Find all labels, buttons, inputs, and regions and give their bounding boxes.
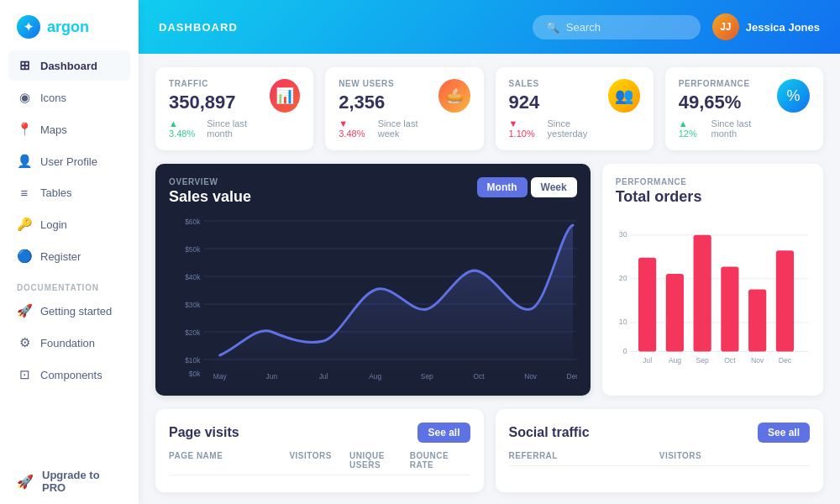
svg-text:Oct: Oct [724, 356, 736, 365]
col-referral: REFERRAL [509, 451, 659, 460]
stat-since-3: Since last month [711, 118, 778, 139]
svg-text:Nov: Nov [751, 356, 764, 365]
svg-text:Jul: Jul [319, 372, 328, 381]
chart-tabs: Month Week [477, 177, 577, 197]
col-visitors: VISITORS [289, 451, 349, 470]
stat-left-2: SALES 924 ▼ 1.10% Since yesterday [509, 79, 609, 139]
sales-chart-card: OVERVIEW Sales value Month Week [155, 164, 591, 396]
sidebar-item-maps[interactable]: 📍Maps [8, 114, 130, 144]
svg-text:30: 30 [619, 230, 627, 239]
social-traffic-header: Social traffic See all [509, 423, 811, 443]
stat-left-3: PERFORMANCE 49,65% ▲ 12% Since last mont… [679, 79, 778, 139]
stat-label-0: TRAFFIC [169, 79, 270, 88]
stat-label-2: SALES [509, 79, 609, 88]
stat-icon-1: 🥧 [438, 79, 470, 113]
svg-text:$30k: $30k [185, 301, 201, 309]
svg-text:Jul: Jul [643, 356, 652, 365]
line-chart-fill [220, 225, 573, 368]
social-traffic-see-all[interactable]: See all [758, 423, 810, 443]
sidebar-item-foundation[interactable]: ⚙Foundation [8, 328, 130, 358]
svg-text:$0k: $0k [189, 370, 201, 378]
sales-chart-header: OVERVIEW Sales value Month Week [169, 177, 577, 206]
sidebar-label-icons: Icons [40, 92, 66, 104]
main-content: DASHBOARD 🔍 JJ Jessica Jones TRAFFIC 350… [139, 0, 840, 504]
sidebar-item-icons[interactable]: ◉Icons [8, 82, 130, 113]
sidebar-icon-tables: ≡ [17, 186, 32, 200]
charts-row: OVERVIEW Sales value Month Week [155, 164, 823, 396]
svg-text:Aug: Aug [668, 356, 681, 365]
sidebar-nav: ⊞Dashboard◉Icons📍Maps👤User Profile≡Table… [0, 50, 139, 459]
col-page-name: PAGE NAME [169, 451, 289, 470]
stats-row: TRAFFIC 350,897 ▲ 3.48% Since last month… [155, 67, 823, 150]
sidebar-item-tables[interactable]: ≡Tables [8, 178, 130, 207]
col-visitors-2: VISITORS [659, 451, 735, 460]
stat-icon-0: 📊 [270, 79, 301, 113]
sidebar-icon-register: 🔵 [17, 249, 32, 264]
stat-since-1: Since last week [378, 118, 438, 139]
social-traffic-title: Social traffic [509, 425, 590, 440]
svg-text:$10k: $10k [185, 356, 201, 365]
sidebar-item-getting-started[interactable]: 🚀Getting started [8, 296, 130, 326]
stat-change-3: ▲ 12% Since last month [679, 118, 778, 139]
sidebar-label-user-profile: User Profile [40, 155, 97, 168]
stat-label-1: NEW USERS [339, 79, 438, 88]
tab-month[interactable]: Month [477, 177, 528, 197]
page-visits-card: Page visits See all PAGE NAME VISITORS U… [155, 409, 484, 492]
orders-chart-card: PERFORMANCE Total orders 30 20 10 0 [602, 164, 823, 396]
tab-week[interactable]: Week [531, 177, 577, 197]
stat-left-1: NEW USERS 2,356 ▼ 3.48% Since last week [339, 79, 438, 139]
sidebar-label-getting-started: Getting started [40, 305, 112, 318]
stat-arrow-1: ▼ 3.48% [339, 118, 375, 139]
bar-chart-svg: 30 20 10 0 [616, 214, 810, 382]
line-chart-area: $60k $50k $40k $30k $20k $10k $0k May Ju… [169, 213, 577, 381]
page-visits-see-all[interactable]: See all [417, 423, 470, 443]
page-visits-header: Page visits See all [169, 423, 470, 443]
perf-label: PERFORMANCE [616, 177, 810, 186]
bar-dec [776, 250, 794, 351]
stat-value-3: 49,65% [679, 92, 778, 113]
stat-card-performance: PERFORMANCE 49,65% ▲ 12% Since last mont… [665, 67, 823, 150]
header: DASHBOARD 🔍 JJ Jessica Jones [139, 0, 840, 54]
svg-text:$50k: $50k [185, 245, 201, 254]
social-traffic-cols: REFERRAL VISITORS [509, 451, 811, 466]
stat-card-traffic: TRAFFIC 350,897 ▲ 3.48% Since last month… [155, 67, 313, 150]
bar-jul [638, 258, 656, 352]
content-area: TRAFFIC 350,897 ▲ 3.48% Since last month… [139, 54, 840, 504]
doc-section-label: Documentation [8, 273, 130, 296]
stat-since-0: Since last month [207, 118, 269, 139]
svg-text:$20k: $20k [185, 328, 201, 337]
user-info: JJ Jessica Jones [712, 13, 820, 40]
sidebar-icon-user-profile: 👤 [17, 154, 32, 169]
stat-value-1: 2,356 [339, 92, 438, 113]
stat-icon-2: 👥 [608, 79, 639, 113]
social-traffic-card: Social traffic See all REFERRAL VISITORS [496, 409, 824, 492]
sidebar-icon-dashboard: ⊞ [17, 58, 32, 73]
sidebar-item-dashboard[interactable]: ⊞Dashboard [8, 50, 130, 81]
stat-since-2: Since yesterday [548, 118, 609, 139]
sidebar-item-login[interactable]: 🔑Login [8, 209, 130, 239]
bar-oct [721, 266, 738, 351]
sidebar-item-user-profile[interactable]: 👤User Profile [8, 146, 130, 176]
upgrade-icon: 🚀 [17, 474, 34, 490]
bar-nov [748, 289, 766, 351]
svg-text:Dec: Dec [778, 356, 791, 365]
sidebar-label-register: Register [40, 250, 81, 263]
sidebar-icon-foundation: ⚙ [17, 335, 32, 350]
sidebar-icon-maps: 📍 [17, 122, 32, 137]
sidebar-item-register[interactable]: 🔵Register [8, 241, 130, 271]
sidebar-label-maps: Maps [40, 123, 67, 136]
search-bar[interactable]: 🔍 [533, 15, 701, 39]
upgrade-button[interactable]: 🚀 Upgrade to PRO [0, 459, 139, 504]
bar-sep [693, 235, 711, 352]
stat-change-2: ▼ 1.10% Since yesterday [509, 118, 609, 139]
sidebar-item-components[interactable]: ⊡Components [8, 360, 130, 390]
search-input[interactable] [566, 21, 692, 34]
stat-card-sales: SALES 924 ▼ 1.10% Since yesterday 👥 [496, 67, 654, 150]
svg-text:May: May [213, 372, 227, 381]
avatar: JJ [712, 13, 739, 40]
stat-left-0: TRAFFIC 350,897 ▲ 3.48% Since last month [169, 79, 270, 139]
sales-chart-title: Sales value [169, 188, 251, 206]
doc-items-container: 🚀Getting started⚙Foundation⊡Components [8, 296, 130, 390]
user-name: Jessica Jones [746, 21, 820, 34]
stat-icon-3: % [777, 79, 810, 113]
